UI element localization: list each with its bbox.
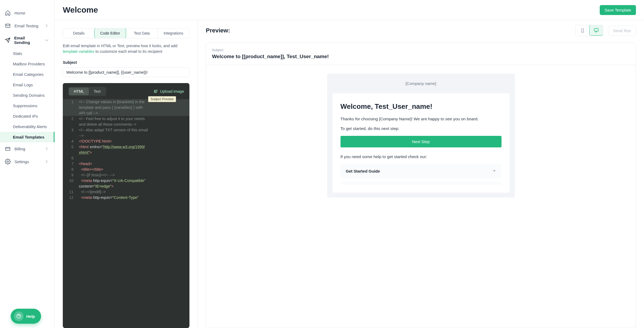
tab-integrations[interactable]: Integrations (158, 28, 189, 38)
sidebar-label: Settings (14, 159, 29, 164)
sidebar-sub-mailbox-providers[interactable]: Mailbox Providers (0, 59, 54, 69)
code-line[interactable]: 4<!DOCTYPE html> (63, 139, 189, 144)
sidebar-item-settings[interactable]: Settings (0, 155, 54, 168)
code-line[interactable]: API call --> (63, 110, 189, 116)
preview-guide-label: Get Started Guide (346, 169, 380, 173)
preview-heading: Preview: (206, 27, 230, 34)
preview-content: Welcome, Test_User_name! Thanks for choo… (332, 93, 510, 193)
code-editor: HTML Text Upload image Subject Preview 1… (63, 83, 189, 328)
subject-preview-tooltip: Subject Preview (148, 96, 176, 102)
preview-cta-button: Next Step (341, 136, 502, 147)
editor-tabs: Details Code Editor Test Data Integratio… (63, 28, 189, 38)
titlebar: Welcome Save Template (55, 0, 644, 20)
sidebar-sub-email-templates[interactable]: Email Templates (0, 132, 54, 142)
code-line[interactable]: 9 <!--[if !mso]><!-- --> (63, 172, 189, 178)
card-icon (5, 146, 11, 152)
chevron-right-icon (44, 146, 50, 152)
preview-welcome-heading: Welcome, Test_User_name! (341, 102, 502, 111)
code-line[interactable]: 6 (63, 155, 189, 161)
upload-image-link[interactable]: Upload image (154, 89, 184, 94)
sidebar-sub-email-categories[interactable]: Email Categories (0, 69, 54, 80)
sidebar: Home Email Testing Email Sending Stats M… (0, 0, 55, 328)
sidebar-sub-deliverability-alerts[interactable]: Deliverability Alerts (0, 121, 54, 132)
save-template-button[interactable]: Save Template (600, 5, 636, 15)
code-line[interactable]: 7<head> (63, 161, 189, 167)
preview-subject-value: Welcome to [[product_name]], Test_User_n… (212, 54, 630, 59)
preview-subject-label: Subject: (212, 48, 630, 52)
code-line[interactable]: 5<html xmlns="http://www.w3.org/1999/ (63, 144, 189, 150)
code-line[interactable]: 3<!-- Also adapt TXT version of this ema… (63, 127, 189, 133)
preview-company-logo: [Company name] (327, 74, 515, 93)
workspace: Details Code Editor Test Data Integratio… (55, 20, 644, 328)
code-tab-html[interactable]: HTML (69, 88, 89, 95)
device-mobile-button[interactable] (576, 25, 590, 36)
sidebar-item-billing[interactable]: Billing (0, 142, 54, 155)
preview-pane: Preview: Send Test Subject: Welcome to [… (198, 20, 644, 328)
preview-card: Subject: Welcome to [[product_name]], Te… (206, 43, 636, 328)
sidebar-label: Billing (14, 147, 25, 151)
sidebar-label: Email Sending (14, 36, 41, 45)
preview-body: [Company name] Welcome, Test_User_name! … (206, 65, 636, 206)
code-line[interactable]: 12 <meta http-equiv="Content-Type" (63, 195, 189, 200)
help-icon (14, 311, 24, 321)
subject-label: Subject (63, 60, 189, 65)
editor-pane: Details Code Editor Test Data Integratio… (55, 20, 198, 328)
code-line[interactable]: content="IE=edge"> (63, 184, 189, 189)
svg-point-2 (7, 161, 9, 162)
preview-paragraph: To get started, do this next step: (341, 126, 502, 131)
send-test-button[interactable]: Send Test (608, 26, 636, 36)
tab-code-editor[interactable]: Code Editor (94, 28, 126, 38)
template-variables-link[interactable]: template variables (63, 49, 94, 54)
code-line[interactable]: 8 <title></title> (63, 167, 189, 172)
svg-rect-7 (594, 28, 598, 31)
mobile-icon (580, 28, 585, 33)
sidebar-sub-stats[interactable]: Stats (0, 48, 54, 59)
code-area[interactable]: 1<!-- Change values in [brackets] in the… (63, 99, 189, 328)
tab-details[interactable]: Details (63, 28, 94, 38)
code-toolbar: HTML Text Upload image Subject Preview (63, 83, 189, 99)
preview-guide-item: Get Started Guide (341, 164, 502, 178)
svg-point-5 (155, 91, 155, 91)
sidebar-label: Home (14, 11, 25, 15)
chevron-down-icon (44, 38, 50, 43)
help-label: Help (26, 314, 35, 319)
code-line[interactable]: 11 <!--<![endif]--> (63, 189, 189, 195)
sidebar-label: Email Testing (14, 24, 38, 28)
sidebar-item-email-testing[interactable]: Email Testing (0, 19, 54, 32)
home-icon (5, 10, 11, 16)
sidebar-item-email-sending[interactable]: Email Sending (0, 32, 54, 48)
code-line[interactable]: and delete all these comments--> (63, 122, 189, 127)
tab-test-data[interactable]: Test Data (126, 28, 158, 38)
code-line[interactable]: xhtml"> (63, 150, 189, 155)
mail-check-icon (5, 23, 11, 29)
image-plus-icon (154, 89, 158, 94)
help-button[interactable]: Help (11, 309, 41, 324)
sidebar-item-home[interactable]: Home (0, 6, 54, 19)
preview-paragraph: Thanks for choosing [Company Name]! We a… (341, 117, 502, 121)
gear-icon (5, 159, 11, 165)
page-title: Welcome (63, 5, 98, 14)
sidebar-sub-email-logs[interactable]: Email Logs (0, 80, 54, 90)
preview-header: Preview: Send Test (206, 25, 636, 36)
arrow-right-icon (491, 169, 496, 173)
editor-hint: Edit email template in HTML or Text, pre… (63, 43, 189, 54)
sidebar-subitems: Stats Mailbox Providers Email Categories… (0, 48, 54, 142)
subject-input[interactable] (63, 67, 189, 77)
code-line[interactable]: template and pass { {variables} } with (63, 105, 189, 110)
code-format-tabs: HTML Text (68, 87, 106, 96)
sidebar-sub-suppressions[interactable]: Suppressions (0, 100, 54, 111)
sidebar-sub-sending-domains[interactable]: Sending Domains (0, 90, 54, 100)
main: Welcome Save Template Details Code Edito… (55, 0, 644, 328)
chevron-right-icon (44, 23, 50, 29)
code-tab-text[interactable]: Text (89, 88, 105, 95)
sidebar-sub-dedicated-ips[interactable]: Dedicated IPs (0, 111, 54, 121)
chevron-right-icon (44, 159, 50, 165)
code-line[interactable]: 2<!-- Feel free to adjust it to your nee… (63, 116, 189, 122)
device-desktop-button[interactable] (589, 25, 603, 36)
code-line[interactable]: --> (63, 133, 189, 139)
send-icon (5, 37, 10, 43)
preview-item-placeholder (341, 181, 502, 185)
code-line[interactable]: 10 <meta http-equiv="X-UA-Compatible" (63, 178, 189, 184)
device-toggle (575, 25, 603, 36)
desktop-icon (593, 28, 599, 33)
